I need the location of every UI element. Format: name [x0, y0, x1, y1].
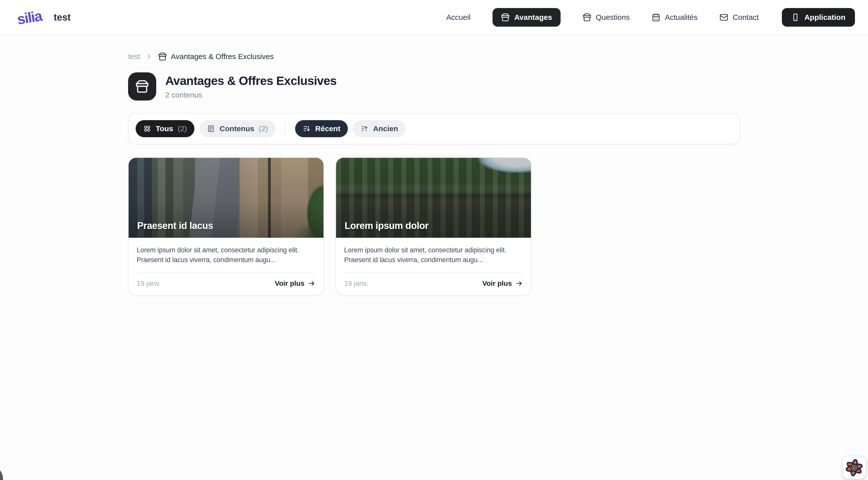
dev-indicator-button[interactable]: [0, 465, 3, 480]
tanstack-flower-icon: [843, 456, 866, 479]
breadcrumb: test Avantages & Offres Exclusives: [128, 52, 740, 61]
see-more-label: Voir plus: [275, 279, 304, 288]
filter-all-button[interactable]: Tous (2): [135, 120, 194, 137]
page-header-text: Avantages & Offres Exclusives 2 contenus: [165, 74, 337, 99]
page-header: Avantages & Offres Exclusives 2 contenus: [128, 72, 740, 100]
grid-dots-icon: [143, 125, 151, 133]
mail-icon: [719, 13, 728, 22]
card-footer: 19 janv. Voir plus: [136, 273, 315, 288]
nav-item-accueil[interactable]: Accueil: [446, 13, 471, 22]
page-container: test Avantages & Offres Exclusives Avant…: [128, 52, 740, 296]
card-description: Lorem ipsum dolor sit amet, consectetur …: [136, 245, 315, 265]
calendar-icon: [652, 13, 660, 22]
sort-oldest-label: Ancien: [373, 124, 398, 133]
card-footer: 19 janv. Voir plus: [344, 273, 523, 288]
content-card[interactable]: Praesent id lacus Lorem ipsum dolor sit …: [128, 157, 324, 296]
nav-item-label: Avantages: [514, 13, 552, 22]
store-icon: [158, 52, 167, 61]
filter-all-label: Tous: [156, 124, 173, 133]
arrow-right-icon: [308, 280, 315, 287]
see-more-link[interactable]: Voir plus: [275, 279, 315, 288]
chevron-right-icon: [146, 53, 153, 60]
card-description: Lorem ipsum dolor sit amet, consectetur …: [344, 245, 523, 265]
see-more-label: Voir plus: [482, 279, 512, 288]
see-more-link[interactable]: Voir plus: [482, 279, 523, 288]
sort-recent-button[interactable]: Récent: [295, 120, 348, 137]
store-icon: [583, 13, 591, 22]
nav-item-avantages[interactable]: Avantages: [493, 8, 561, 27]
card-cover-photo-swamp: Lorem ipsum dolor: [336, 158, 531, 238]
card-title: Praesent id lacus: [137, 220, 213, 231]
store-icon: [501, 13, 509, 22]
site-name: test: [54, 12, 71, 23]
nav-item-contact[interactable]: Contact: [719, 13, 758, 22]
top-navigation-bar: silia test Accueil Avantages Questions A…: [0, 0, 868, 35]
nav-item-label: Questions: [596, 13, 630, 22]
devtools-toggle-button[interactable]: [843, 456, 866, 479]
breadcrumb-current-label: Avantages & Offres Exclusives: [171, 52, 274, 61]
main-nav: Accueil Avantages Questions Actualités C…: [446, 8, 855, 27]
filter-divider: [285, 122, 285, 135]
page-title: Avantages & Offres Exclusives: [165, 74, 337, 88]
arrow-right-icon: [516, 280, 523, 287]
content-card-grid: Praesent id lacus Lorem ipsum dolor sit …: [128, 157, 740, 296]
category-icon-box: [128, 72, 156, 100]
card-date: 19 janv.: [344, 279, 368, 288]
silia-logo[interactable]: silia: [14, 6, 45, 29]
card-cover-photo-street: Praesent id lacus: [129, 158, 323, 238]
filter-contents-label: Contenus: [219, 124, 254, 133]
filter-contents-count: (2): [259, 124, 268, 133]
application-button[interactable]: Application: [782, 8, 855, 27]
sort-desc-icon: [303, 125, 311, 133]
sort-recent-label: Récent: [315, 124, 340, 133]
card-title: Lorem ipsum dolor: [345, 220, 429, 231]
breadcrumb-current: Avantages & Offres Exclusives: [158, 52, 274, 61]
store-icon: [135, 80, 149, 93]
sort-oldest-button[interactable]: Ancien: [353, 120, 406, 137]
filter-toolbar: Tous (2) Contenus (2) Récent Ancien: [128, 113, 740, 144]
nav-item-label: Accueil: [446, 13, 471, 22]
document-icon: [207, 125, 215, 133]
nav-item-actualites[interactable]: Actualités: [652, 13, 698, 22]
app-window: silia test Accueil Avantages Questions A…: [0, 0, 868, 480]
nav-item-questions[interactable]: Questions: [583, 13, 630, 22]
card-body: Lorem ipsum dolor sit amet, consectetur …: [129, 238, 323, 295]
card-body: Lorem ipsum dolor sit amet, consectetur …: [336, 238, 531, 295]
sort-asc-icon: [361, 125, 368, 133]
smartphone-icon: [792, 13, 800, 21]
nav-item-label: Actualités: [665, 13, 698, 22]
content-count: 2 contenus: [165, 91, 337, 99]
filter-all-count: (2): [178, 124, 187, 133]
card-date: 19 janv.: [136, 279, 161, 288]
filter-contents-button[interactable]: Contenus (2): [199, 120, 276, 137]
application-button-label: Application: [804, 13, 845, 22]
content-card[interactable]: Lorem ipsum dolor Lorem ipsum dolor sit …: [336, 157, 531, 296]
nav-item-label: Contact: [733, 13, 758, 22]
breadcrumb-root-link[interactable]: test: [128, 52, 140, 61]
